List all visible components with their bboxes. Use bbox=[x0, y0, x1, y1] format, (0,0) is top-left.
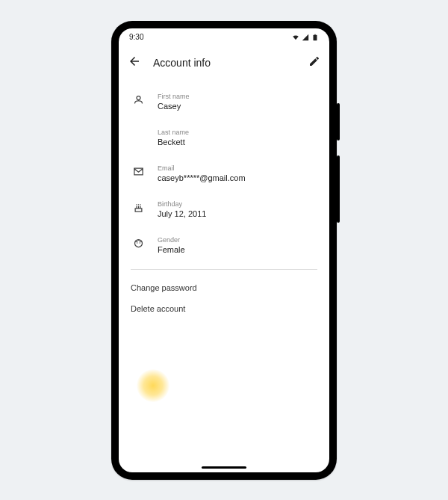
side-button bbox=[337, 103, 340, 141]
field-value: Female bbox=[158, 245, 317, 254]
field-email[interactable]: Email caseyb*****@gmail.com bbox=[119, 157, 329, 193]
field-value: July 12, 2011 bbox=[158, 209, 317, 218]
cake-icon bbox=[133, 202, 144, 213]
field-label: Last name bbox=[158, 129, 317, 136]
wifi-icon bbox=[292, 34, 299, 41]
pencil-icon bbox=[308, 55, 320, 67]
field-last-name[interactable]: Last name Beckett bbox=[119, 121, 329, 157]
screen: 9:30 Account info First name bbox=[119, 28, 329, 472]
field-label: Gender bbox=[158, 236, 317, 244]
status-time: 9:30 bbox=[129, 33, 143, 41]
field-first-name[interactable]: First name Casey bbox=[119, 85, 329, 121]
field-value: Beckett bbox=[158, 138, 317, 146]
edit-button[interactable] bbox=[308, 55, 320, 70]
nav-indicator bbox=[202, 466, 246, 469]
content: First name Casey Last name Beckett Email… bbox=[119, 79, 329, 472]
field-gender[interactable]: Gender Female bbox=[119, 229, 329, 265]
field-label: First name bbox=[158, 93, 317, 100]
side-button bbox=[337, 155, 340, 223]
svg-rect-1 bbox=[314, 34, 316, 34]
phone-frame: 9:30 Account info First name bbox=[111, 21, 337, 480]
delete-account-link[interactable]: Delete account bbox=[119, 298, 329, 319]
field-label: Email bbox=[158, 164, 317, 172]
svg-rect-0 bbox=[314, 34, 317, 40]
status-bar: 9:30 bbox=[119, 28, 329, 46]
app-bar: Account info bbox=[119, 46, 329, 79]
battery-icon bbox=[311, 34, 319, 41]
page-title: Account info bbox=[153, 57, 296, 69]
divider bbox=[131, 269, 317, 270]
field-value: Casey bbox=[158, 102, 317, 111]
face-icon bbox=[133, 238, 144, 249]
back-button[interactable] bbox=[128, 55, 141, 71]
field-label: Birthday bbox=[158, 200, 317, 208]
svg-point-3 bbox=[136, 242, 137, 244]
field-value: caseyb*****@gmail.com bbox=[158, 173, 317, 182]
field-birthday[interactable]: Birthday July 12, 2011 bbox=[119, 193, 329, 229]
person-icon bbox=[133, 94, 144, 105]
svg-point-4 bbox=[139, 242, 140, 244]
signal-icon bbox=[302, 34, 309, 41]
status-icons bbox=[292, 34, 319, 41]
email-icon bbox=[133, 166, 144, 177]
change-password-link[interactable]: Change password bbox=[119, 277, 329, 298]
arrow-left-icon bbox=[128, 55, 141, 68]
